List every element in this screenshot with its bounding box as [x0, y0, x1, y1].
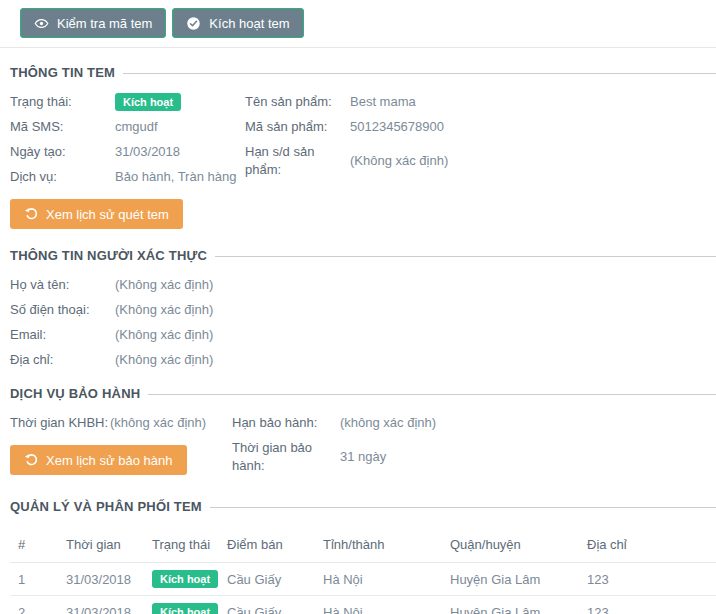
eye-icon: [34, 16, 49, 31]
table-header-row: # Thời gian Trạng thái Điểm bán Tỉnh/thà…: [10, 528, 716, 563]
stamp-info-left-column: Trạng thái: Kích hoạt Mã SMS: cmgudf Ngà…: [10, 93, 245, 193]
cell-store: Cầu Giấy: [219, 563, 315, 596]
field-label: Số điện thoại:: [10, 301, 115, 319]
section-divider: [210, 507, 716, 508]
field-label: Mã sản phẩm:: [245, 118, 350, 136]
column-header-store: Điểm bán: [219, 528, 315, 563]
field-phone: Số điện thoại: (Không xác định): [10, 301, 716, 319]
warranty-history-button[interactable]: Xem lịch sử bảo hành: [10, 445, 187, 475]
field-sms-code: Mã SMS: cmgudf: [10, 118, 245, 136]
field-address: Địa chỉ: (Không xác định): [10, 351, 716, 369]
column-header-index: #: [10, 528, 58, 563]
cell-store: Cầu Giấy: [219, 596, 315, 614]
check-stamp-code-button[interactable]: Kiểm tra mã tem: [20, 8, 166, 38]
field-product-code: Mã sản phẩm: 5012345678900: [245, 118, 716, 136]
field-label: Hạn s/d sản phẩm:: [245, 143, 350, 179]
field-label: Thời gian KHBH:: [10, 414, 110, 432]
field-value: Best mama: [350, 93, 416, 111]
field-warranty-duration: Thời gian bảo hành: 31 ngày: [232, 439, 716, 475]
field-label: Địa chỉ:: [10, 351, 115, 369]
check-circle-icon: [186, 16, 201, 31]
warranty-section-header: DỊCH VỤ BẢO HÀNH: [10, 386, 716, 401]
status-badge: Kích hoạt: [152, 570, 218, 588]
field-value: 31/03/2018: [115, 143, 180, 161]
history-icon: [24, 453, 38, 467]
stamp-info-fields: Trạng thái: Kích hoạt Mã SMS: cmgudf Ngà…: [10, 93, 716, 193]
cell-province: Hà Nội: [315, 596, 442, 614]
field-value: (Không xác định): [115, 276, 213, 294]
stamp-info-section-header: THÔNG TIN TEM: [10, 65, 716, 80]
field-value: (Không xác định): [115, 301, 213, 319]
column-header-province: Tỉnh/thành: [315, 528, 442, 563]
cell-address: 123: [579, 596, 716, 614]
verifier-info-section-header: THÔNG TIN NGƯỜI XÁC THỰC: [10, 248, 716, 263]
warranty-left-column: Thời gian KHBH: (không xác định) Xem lịc…: [10, 414, 232, 482]
field-label: Hạn bảo hành:: [232, 414, 340, 432]
table-row: 2 31/03/2018 Kích hoạt Cầu Giấy Hà Nội H…: [10, 596, 716, 614]
verifier-info-fields: Họ và tên: (Không xác định) Số điện thoạ…: [10, 276, 716, 369]
field-value: 31 ngày: [340, 448, 386, 466]
field-value: cmgudf: [115, 118, 158, 136]
section-divider: [215, 256, 716, 257]
distribution-table: # Thời gian Trạng thái Điểm bán Tỉnh/thà…: [10, 528, 716, 614]
cell-status: Kích hoạt: [144, 596, 219, 614]
check-stamp-code-label: Kiểm tra mã tem: [57, 16, 152, 31]
section-divider: [123, 73, 716, 74]
field-label: Thời gian bảo hành:: [232, 439, 340, 475]
field-label: Trạng thái:: [10, 93, 115, 111]
field-warranty-period: Thời gian KHBH: (không xác định): [10, 414, 232, 432]
field-status: Trạng thái: Kích hoạt: [10, 93, 245, 111]
column-header-time: Thời gian: [58, 528, 144, 563]
field-label: Tên sản phẩm:: [245, 93, 350, 111]
cell-status: Kích hoạt: [144, 563, 219, 596]
warranty-fields: Thời gian KHBH: (không xác định) Xem lịc…: [10, 414, 716, 482]
field-label: Dịch vụ:: [10, 168, 115, 186]
column-header-address: Địa chỉ: [579, 528, 716, 563]
field-label: Họ và tên:: [10, 276, 115, 294]
cell-time: 31/03/2018: [58, 563, 144, 596]
field-value: (Không xác định): [115, 351, 213, 369]
status-badge: Kích hoạt: [152, 603, 218, 614]
scan-history-label: Xem lịch sử quét tem: [46, 207, 169, 222]
field-label: Mã SMS:: [10, 118, 115, 136]
field-value: (không xác định): [340, 414, 436, 432]
cell-index: 2: [10, 596, 58, 614]
main-content: THÔNG TIN TEM Trạng thái: Kích hoạt Mã S…: [0, 65, 716, 614]
history-icon: [24, 207, 38, 221]
table-row: 1 31/03/2018 Kích hoạt Cầu Giấy Hà Nội H…: [10, 563, 716, 596]
field-value: (không xác định): [110, 414, 206, 432]
field-label: Ngày tạo:: [10, 143, 115, 161]
field-value: 5012345678900: [350, 118, 444, 136]
column-header-status: Trạng thái: [144, 528, 219, 563]
field-created-date: Ngày tạo: 31/03/2018: [10, 143, 245, 161]
section-divider: [148, 394, 716, 395]
distribution-title: QUẢN LÝ VÀ PHÂN PHỐI TEM: [10, 499, 202, 514]
field-label: Email:: [10, 326, 115, 344]
field-email: Email: (Không xác định): [10, 326, 716, 344]
stamp-info-right-column: Tên sản phẩm: Best mama Mã sản phẩm: 501…: [245, 93, 716, 193]
field-warranty-deadline: Hạn bảo hành: (không xác định): [232, 414, 716, 432]
field-product-expiry: Hạn s/d sản phẩm: (Không xác định): [245, 143, 716, 179]
scan-history-button[interactable]: Xem lịch sử quét tem: [10, 199, 183, 229]
cell-district: Huyện Gia Lâm: [442, 563, 579, 596]
activate-stamp-label: Kích hoạt tem: [209, 16, 289, 31]
verifier-info-title: THÔNG TIN NGƯỜI XÁC THỰC: [10, 248, 207, 263]
top-toolbar: Kiểm tra mã tem Kích hoạt tem: [0, 0, 716, 48]
cell-index: 1: [10, 563, 58, 596]
field-value: Bảo hành, Tràn hàng: [115, 168, 236, 186]
cell-province: Hà Nội: [315, 563, 442, 596]
distribution-section-header: QUẢN LÝ VÀ PHÂN PHỐI TEM: [10, 499, 716, 514]
stamp-info-title: THÔNG TIN TEM: [10, 65, 115, 80]
field-services: Dịch vụ: Bảo hành, Tràn hàng: [10, 168, 245, 186]
activate-stamp-button[interactable]: Kích hoạt tem: [172, 8, 303, 38]
field-product-name: Tên sản phẩm: Best mama: [245, 93, 716, 111]
column-header-district: Quận/huyện: [442, 528, 579, 563]
warranty-title: DỊCH VỤ BẢO HÀNH: [10, 386, 140, 401]
cell-address: 123: [579, 563, 716, 596]
cell-district: Huyện Gia Lâm: [442, 596, 579, 614]
warranty-right-column: Hạn bảo hành: (không xác định) Thời gian…: [232, 414, 716, 482]
warranty-history-label: Xem lịch sử bảo hành: [46, 453, 173, 468]
status-badge: Kích hoạt: [115, 93, 181, 111]
field-fullname: Họ và tên: (Không xác định): [10, 276, 716, 294]
field-value: (Không xác định): [350, 152, 448, 170]
